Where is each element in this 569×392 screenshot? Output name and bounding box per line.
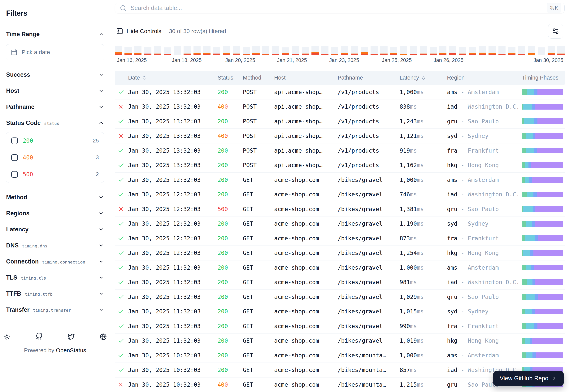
timeline-bar[interactable]: [380, 45, 387, 55]
timeline-bar[interactable]: [311, 45, 319, 55]
table-row[interactable]: Jan 30, 2025 11:32:03 200 GET acme-shop.…: [115, 304, 565, 319]
timeline-bar[interactable]: [469, 46, 476, 55]
timeline-bar[interactable]: [125, 46, 132, 55]
table-row[interactable]: Jan 30, 2025 11:32:03 200 GET acme-shop.…: [115, 319, 565, 334]
view-github-repo-button[interactable]: View GitHub Repo: [493, 371, 564, 386]
timeline-bar[interactable]: [115, 45, 122, 55]
timeline-bar[interactable]: [183, 45, 191, 55]
sidebar-section-connection[interactable]: Connection timing.connection: [6, 253, 104, 270]
table-row[interactable]: Jan 30, 2025 10:32:03 200 GET acme-shop.…: [115, 348, 565, 363]
twitter-icon[interactable]: [68, 333, 75, 340]
table-row[interactable]: Jan 30, 2025 12:32:03 200 GET acme-shop.…: [115, 216, 565, 231]
timeline-bar[interactable]: [499, 45, 506, 55]
column-header-status[interactable]: Status: [215, 75, 240, 81]
timeline-bar[interactable]: [371, 45, 378, 55]
sidebar-section-success[interactable]: Success: [6, 67, 104, 83]
timeline-bar[interactable]: [557, 45, 564, 55]
timeline-bar[interactable]: [488, 45, 496, 55]
table-row[interactable]: Jan 30, 2025 12:32:03 200 GET acme-shop.…: [115, 231, 565, 246]
table-row[interactable]: Jan 30, 2025 11:32:03 200 GET acme-shop.…: [115, 260, 565, 275]
sidebar-section-dns[interactable]: DNS timing.dns: [6, 238, 104, 253]
table-row[interactable]: Jan 30, 2025 12:32:03 500 GET acme-shop.…: [115, 202, 565, 217]
timeline-bar[interactable]: [449, 45, 456, 55]
timeline-bar[interactable]: [174, 45, 181, 55]
sidebar-section-status-code[interactable]: Status Code status: [6, 115, 104, 131]
timeline-bar[interactable]: [400, 45, 407, 55]
column-header-region[interactable]: Region: [445, 75, 520, 81]
sidebar-section-pathname[interactable]: Pathname: [6, 99, 104, 115]
table-row[interactable]: Jan 30, 2025 13:32:03 200 POST api.acme-…: [115, 114, 565, 129]
table-row[interactable]: Jan 30, 2025 11:32:03 200 GET acme-shop.…: [115, 334, 565, 348]
timeline-bar[interactable]: [134, 45, 141, 55]
search-input[interactable]: [130, 4, 543, 12]
timeline-bar[interactable]: [262, 45, 269, 55]
table-row[interactable]: Jan 30, 2025 13:32:03 200 POST api.acme-…: [115, 158, 565, 173]
timeline-bar[interactable]: [479, 45, 486, 55]
github-icon[interactable]: [36, 333, 42, 340]
timeline-bar[interactable]: [361, 46, 368, 55]
timeline-bar[interactable]: [292, 45, 299, 55]
sidebar-section-host[interactable]: Host: [6, 83, 104, 99]
checkbox[interactable]: [11, 154, 18, 161]
timeline-bar[interactable]: [213, 46, 220, 55]
date-picker-input[interactable]: Pick a date: [6, 44, 104, 60]
checkbox[interactable]: [11, 171, 18, 178]
sidebar-section-tls[interactable]: TLS timing.tls: [6, 270, 104, 286]
table-row[interactable]: Jan 30, 2025 13:32:03 400 POST api.acme-…: [115, 129, 565, 143]
timeline-bar[interactable]: [410, 45, 417, 55]
sidebar-section-regions[interactable]: Regions: [6, 205, 104, 222]
table-row[interactable]: Jan 30, 2025 13:32:03 400 POST api.acme-…: [115, 99, 565, 114]
timeline-bar[interactable]: [439, 45, 446, 55]
timeline-bar[interactable]: [518, 45, 525, 55]
status-option-400[interactable]: 400 3: [6, 149, 104, 166]
timeline-bar[interactable]: [144, 46, 151, 55]
timeline-bar[interactable]: [243, 46, 250, 55]
globe-icon[interactable]: [100, 333, 107, 340]
table-row[interactable]: Jan 30, 2025 13:32:03 200 POST api.acme-…: [115, 143, 565, 158]
openstatus-link[interactable]: OpenStatus: [56, 347, 86, 354]
timeline-bar[interactable]: [203, 45, 210, 55]
hide-controls-button[interactable]: Hide Controls: [116, 28, 161, 35]
timeline-bar[interactable]: [252, 45, 260, 55]
timeline-bar[interactable]: [508, 46, 515, 55]
table-row[interactable]: Jan 30, 2025 13:32:03 200 POST api.acme-…: [115, 85, 565, 100]
table-row[interactable]: Jan 30, 2025 12:32:03 200 GET acme-shop.…: [115, 173, 565, 187]
timeline-bar[interactable]: [459, 46, 466, 55]
timeline-bar[interactable]: [420, 45, 427, 55]
timeline-bar[interactable]: [390, 46, 397, 55]
status-option-200[interactable]: 200 25: [6, 132, 104, 149]
timeline-bar[interactable]: [164, 47, 171, 55]
sidebar-section-transfer[interactable]: Transfer timing.transfer: [6, 302, 104, 318]
timeline-bar[interactable]: [282, 47, 289, 55]
column-header-method[interactable]: Method: [240, 75, 272, 81]
timeline-bar[interactable]: [272, 45, 279, 55]
view-settings-button[interactable]: [548, 24, 563, 39]
timeline-bar[interactable]: [321, 45, 329, 55]
column-header-date[interactable]: Date: [126, 75, 215, 81]
column-header-latency[interactable]: Latency: [397, 75, 445, 81]
sidebar-section-ttfb[interactable]: TTFB timing.ttfb: [6, 286, 104, 302]
timeline-bar[interactable]: [528, 45, 535, 55]
timeline-bar[interactable]: [341, 45, 348, 55]
timeline-bar[interactable]: [331, 46, 338, 55]
sidebar-section-method[interactable]: Method: [6, 189, 104, 205]
timeline-bar[interactable]: [538, 47, 545, 55]
table-row[interactable]: Jan 30, 2025 11:32:03 200 GET acme-shop.…: [115, 275, 565, 290]
checkbox[interactable]: [11, 138, 18, 144]
column-header-timing-phases[interactable]: Timing Phases: [520, 75, 565, 81]
timeline-bar[interactable]: [351, 45, 358, 55]
table-row[interactable]: Jan 30, 2025 12:32:03 200 GET acme-shop.…: [115, 187, 565, 202]
timeline-bar[interactable]: [223, 45, 230, 55]
column-header-pathname[interactable]: Pathname: [335, 75, 397, 81]
sidebar-section-time-range[interactable]: Time Range: [6, 26, 104, 42]
status-option-500[interactable]: 500 2: [6, 166, 104, 183]
timeline-bar[interactable]: [233, 45, 240, 55]
table-row[interactable]: Jan 30, 2025 11:32:03 200 GET acme-shop.…: [115, 290, 565, 304]
timeline-bar[interactable]: [430, 46, 437, 55]
theme-toggle-sun-icon[interactable]: [3, 333, 10, 340]
timeline-bar[interactable]: [302, 46, 309, 55]
timeline-bar[interactable]: [548, 45, 555, 55]
timeline-bar[interactable]: [154, 45, 161, 55]
sidebar-section-latency[interactable]: Latency: [6, 222, 104, 238]
column-header-host[interactable]: Host: [272, 75, 335, 81]
